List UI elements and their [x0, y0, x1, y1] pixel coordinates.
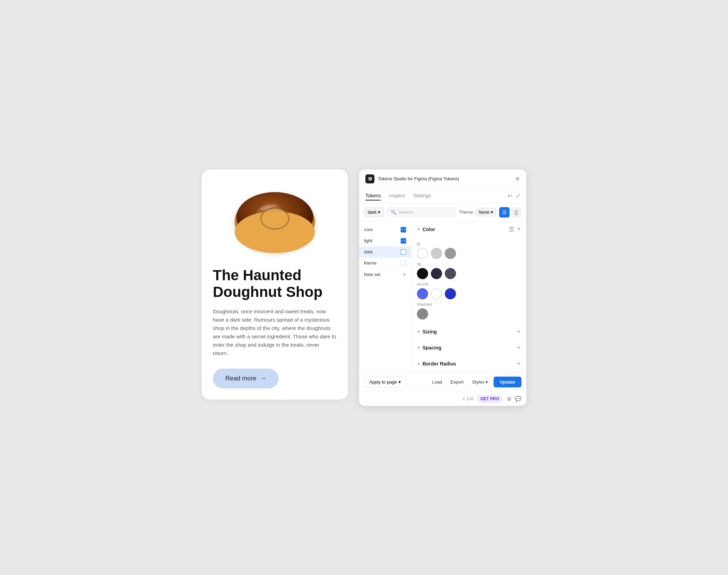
spacing-section-label: Spacing: [423, 345, 441, 350]
tokens-studio-panel: ⊞ Tokens Studio for Figma (Figma Tokens)…: [359, 170, 526, 406]
color-add-button[interactable]: +: [517, 226, 521, 233]
color-chevron-icon: ▼: [417, 227, 420, 231]
color-list-icon[interactable]: ☰: [509, 226, 514, 233]
chat-icon-button[interactable]: 💬: [515, 396, 521, 402]
accent-swatch-0[interactable]: [417, 288, 428, 299]
search-icon: 🔍: [391, 210, 396, 215]
color-section-header[interactable]: ▼ Color ☰ +: [411, 221, 526, 237]
tab-inspect[interactable]: Inspect: [389, 191, 405, 200]
panel-toolbar: dark ▾ 🔍 Search Theme: None ▾ ☰ {}: [359, 204, 526, 221]
sidebar-item-dark[interactable]: dark: [359, 246, 411, 258]
fg-swatch-1[interactable]: [431, 248, 442, 259]
sidebar-item-core[interactable]: core ✓: [359, 224, 411, 235]
version-label: V 134: [463, 396, 473, 401]
donut-illustration: [226, 181, 324, 257]
new-set-plus-icon: +: [403, 271, 406, 278]
bg-swatch-2[interactable]: [445, 268, 456, 279]
accent-swatch-1[interactable]: [431, 288, 442, 299]
theme-selector: Theme: None ▾: [459, 208, 496, 216]
styles-label: Styles: [472, 379, 484, 385]
new-set-row[interactable]: New set +: [359, 269, 411, 281]
theme-checkbox[interactable]: [401, 260, 406, 266]
monitor-icon-button[interactable]: 🖥: [506, 396, 511, 402]
tabs-left: Tokens Inspect Settings: [365, 191, 431, 200]
apply-to-page-button[interactable]: Apply to page ▾: [364, 377, 406, 387]
color-section-body: fg bg ac: [411, 237, 526, 324]
light-checkbox[interactable]: ✓: [401, 238, 406, 244]
fg-label: fg: [417, 242, 521, 246]
new-set-label: New set: [364, 272, 380, 277]
sizing-add-button[interactable]: +: [517, 328, 521, 336]
bg-swatch-0[interactable]: [417, 268, 428, 279]
theme-none-label: None: [479, 210, 489, 215]
border-radius-section-label: Border Radius: [423, 361, 456, 367]
card-body: Doughnuts, once innocent and sweet treat…: [213, 307, 337, 357]
list-view-button[interactable]: ☰: [499, 207, 510, 218]
update-button[interactable]: Update: [494, 377, 521, 387]
load-button[interactable]: Load: [429, 377, 445, 387]
bg-label: bg: [417, 262, 521, 266]
outer-container: The Haunted Doughnut Shop Doughnuts, onc…: [202, 170, 526, 406]
sidebar-item-light[interactable]: light ✓: [359, 235, 411, 246]
border-radius-chevron-icon: ▼: [417, 362, 420, 366]
tab-tokens[interactable]: Tokens: [365, 191, 381, 200]
view-buttons: ☰ {}: [499, 207, 521, 218]
app-icon: ⊞: [365, 174, 374, 183]
accent-swatch-2[interactable]: [445, 288, 456, 299]
accent-label: accent: [417, 282, 521, 286]
core-checkbox[interactable]: ✓: [401, 227, 406, 233]
svg-point-6: [235, 211, 315, 253]
panel-sidebar: core ✓ light ✓ dark: [359, 221, 411, 372]
sidebar-item-label-core: core: [364, 227, 373, 232]
sizing-section-header[interactable]: ▼ Sizing +: [411, 324, 526, 340]
search-box: 🔍 Search: [387, 207, 456, 217]
dark-caret-icon: ▾: [378, 210, 380, 215]
color-section-label: Color: [423, 227, 435, 232]
shadows-swatch-0[interactable]: [417, 308, 428, 320]
read-more-label: Read more: [225, 375, 256, 382]
dark-mode-dropdown[interactable]: dark ▾: [364, 207, 384, 217]
read-more-button[interactable]: Read more →: [213, 369, 279, 388]
theme-label: Theme:: [459, 210, 474, 215]
styles-button[interactable]: Styles ▾: [469, 377, 491, 387]
dark-label: dark: [368, 210, 377, 215]
json-view-button[interactable]: {}: [511, 207, 521, 218]
get-pro-button[interactable]: GET PRO: [477, 395, 503, 403]
spacing-section-header[interactable]: ▼ Spacing +: [411, 340, 526, 356]
export-button[interactable]: Export: [448, 377, 466, 387]
fg-swatches: [417, 248, 521, 259]
sidebar-item-theme[interactable]: theme: [359, 258, 411, 269]
shadows-swatches: [417, 308, 521, 320]
undo-button[interactable]: ↩: [508, 192, 512, 199]
accent-swatches: [417, 288, 521, 299]
border-radius-section-header[interactable]: ▼ Border Radius +: [411, 356, 526, 372]
dark-checkbox[interactable]: [401, 249, 406, 255]
expand-button[interactable]: ⤢: [516, 192, 520, 199]
tab-settings[interactable]: Settings: [413, 191, 431, 200]
border-radius-add-button[interactable]: +: [517, 360, 521, 368]
fg-swatch-0[interactable]: [417, 248, 428, 259]
theme-none-dropdown[interactable]: None ▾: [475, 208, 496, 216]
panel-main: ▼ Color ☰ + fg: [411, 221, 526, 372]
card-title: The Haunted Doughnut Shop: [213, 267, 337, 301]
apply-to-page-label: Apply to page: [369, 379, 397, 385]
search-placeholder: Search: [398, 210, 413, 215]
fg-swatch-2[interactable]: [445, 248, 456, 259]
bg-swatch-1[interactable]: [431, 268, 442, 279]
spacing-add-button[interactable]: +: [517, 344, 521, 352]
close-button[interactable]: ✕: [515, 176, 520, 182]
sidebar-item-label-light: light: [364, 238, 372, 243]
shadows-label: shadows: [417, 302, 521, 306]
apply-caret-icon: ▾: [398, 379, 401, 385]
bg-swatches: [417, 268, 521, 279]
panel-body: core ✓ light ✓ dark: [359, 221, 526, 372]
panel-titlebar: ⊞ Tokens Studio for Figma (Figma Tokens)…: [359, 170, 526, 189]
color-section: ▼ Color ☰ + fg: [411, 221, 526, 324]
donut-container: [213, 181, 337, 257]
spacing-section: ▼ Spacing +: [411, 340, 526, 356]
panel-bottom-bar: V 134 GET PRO 🖥 💬: [359, 392, 526, 406]
sidebar-item-label-theme: theme: [364, 260, 377, 266]
sizing-section: ▼ Sizing +: [411, 324, 526, 340]
spacing-chevron-icon: ▼: [417, 346, 420, 350]
tabs-right: ↩ ⤢: [508, 192, 520, 199]
